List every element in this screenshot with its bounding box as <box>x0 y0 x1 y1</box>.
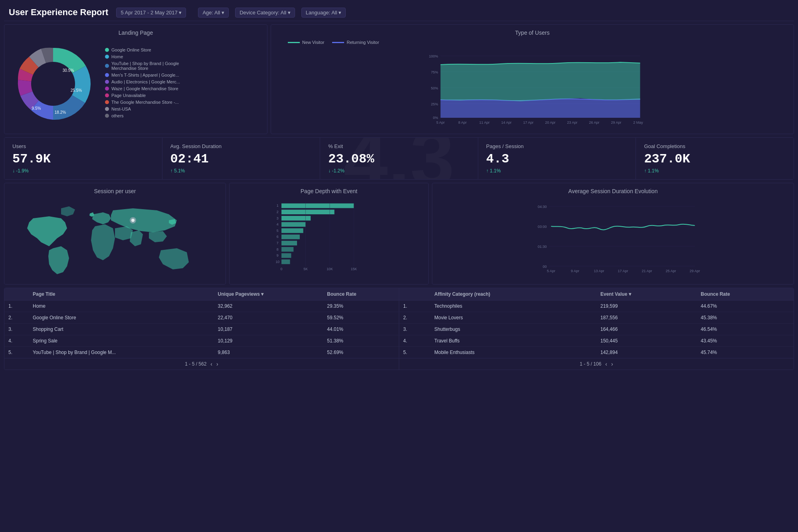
row-value: 150,445 <box>596 335 697 347</box>
prev-page-button[interactable]: ‹ <box>210 361 212 367</box>
landing-page-panel: Landing Page <box>4 24 267 134</box>
col-unique-pageviews[interactable]: Unique Pageviews ▾ <box>214 288 323 301</box>
date-range-filter[interactable]: 5 Apr 2017 - 2 May 2017 ▾ <box>116 8 186 18</box>
age-filter[interactable]: Age: All ▾ <box>198 8 229 18</box>
table-row: 5. YouTube | Shop by Brand | Google M...… <box>4 347 399 358</box>
svg-text:25.5%: 25.5% <box>71 88 82 93</box>
col-event-value[interactable]: Event Value ▾ <box>596 288 697 301</box>
svg-text:25%: 25% <box>431 102 438 106</box>
users-metric: Users 57.9K ↓ -1.9% <box>4 138 162 179</box>
row-value: 187,556 <box>596 312 697 324</box>
row-bounce: 51.38% <box>323 335 399 347</box>
legend-label: Waze | Google Merchandise Store <box>111 86 178 91</box>
svg-text:8: 8 <box>277 247 279 251</box>
row-bounce: 59.52% <box>323 312 399 324</box>
svg-text:5 Apr: 5 Apr <box>436 121 445 125</box>
svg-text:9.5%: 9.5% <box>32 106 41 111</box>
legend-dot <box>105 80 109 84</box>
row-bounce: 29.35% <box>323 301 399 312</box>
goal-completions-metric: Goal Completions 237.0K ↑ 1.1% <box>636 138 794 179</box>
page-depth-title: Page Depth with Event <box>234 188 424 194</box>
row-category: Movie Lovers <box>430 312 596 324</box>
avg-session-value: 02:41 <box>170 152 312 166</box>
row-pageviews: 10,129 <box>214 335 323 347</box>
svg-rect-37 <box>281 204 354 208</box>
users-label: Users <box>12 143 154 149</box>
affinity-next-page-button[interactable]: › <box>611 361 613 367</box>
col-bounce-rate: Bounce Rate <box>697 288 794 301</box>
svg-text:15K: 15K <box>351 267 357 271</box>
svg-text:11 Apr: 11 Apr <box>479 121 489 125</box>
tables-section: Page Title Unique Pageviews ▾ Bounce Rat… <box>4 288 794 370</box>
row-num: 1. <box>4 301 29 312</box>
svg-text:21 Apr: 21 Apr <box>642 269 652 273</box>
row-pageviews: 22,470 <box>214 312 323 324</box>
donut-chart: 30.5% 25.5% 18.2% 9.5% <box>9 40 97 128</box>
affinity-table: Affinity Category (reach) Event Value ▾ … <box>399 288 794 358</box>
legend-label: Men's T-Shirts | Apparel | Google... <box>111 73 179 77</box>
affinity-prev-page-button[interactable]: ‹ <box>605 361 607 367</box>
landing-page-title: Landing Page <box>9 30 262 36</box>
device-filter[interactable]: Device Category: All ▾ <box>235 8 295 18</box>
row-bounce: 45.38% <box>697 312 794 324</box>
users-change: ↓ -1.9% <box>12 168 154 174</box>
legend-dot <box>105 107 109 111</box>
legend-item: Audio | Electronics | Google Merc... <box>105 79 262 84</box>
row-bounce: 44.67% <box>697 301 794 312</box>
page-pagination: 1 - 5 / 562 <box>185 361 206 367</box>
svg-rect-39 <box>281 216 311 221</box>
returning-visitor-color <box>332 42 344 43</box>
page-depth-chart: 1 2 3 4 5 6 7 8 9 10 <box>234 198 424 276</box>
legend-item: others <box>105 113 262 118</box>
next-page-button[interactable]: › <box>216 361 218 367</box>
pages-session-label: Pages / Session <box>486 143 628 149</box>
svg-text:9: 9 <box>277 253 279 257</box>
svg-text:00: 00 <box>543 265 547 269</box>
legend-label: YouTube | Shop by Brand | GoogleMerchand… <box>111 61 179 71</box>
svg-text:75%: 75% <box>431 70 438 74</box>
row-title: Google Online Store <box>29 312 214 324</box>
type-users-chart: 100% 75% 50% 25% 0% 5 Apr 8 Apr 11 Apr 1… <box>276 48 789 128</box>
avg-session-chart: 04:30 03:00 01:30 00 5 Apr 9 Apr 13 Apr … <box>437 198 789 278</box>
svg-text:20 Apr: 20 Apr <box>545 121 555 125</box>
svg-text:6: 6 <box>277 235 279 239</box>
row-category: Shutterbugs <box>430 324 596 335</box>
row-title: Spring Sale <box>29 335 214 347</box>
svg-text:13 Apr: 13 Apr <box>594 269 604 273</box>
legend-item: YouTube | Shop by Brand | GoogleMerchand… <box>105 61 262 71</box>
col-page-title[interactable]: Page Title <box>29 288 214 301</box>
language-filter[interactable]: Language: All ▾ <box>301 8 346 18</box>
svg-text:26 Apr: 26 Apr <box>589 121 599 125</box>
svg-text:10: 10 <box>275 260 279 264</box>
row-pageviews: 10,187 <box>214 324 323 335</box>
legend-label: Google Online Store <box>111 47 151 52</box>
avg-session-evolution-title: Average Session Duration Evolution <box>437 188 789 194</box>
affinity-table-footer: 1 - 5 / 106 ‹ › <box>399 358 794 370</box>
legend-label: others <box>111 113 124 118</box>
users-value: 57.9K <box>12 152 154 166</box>
row-category: Travel Buffs <box>430 335 596 347</box>
svg-rect-40 <box>281 222 305 227</box>
legend-dot <box>105 87 109 91</box>
session-per-user-title: Session per user <box>9 188 221 194</box>
svg-text:10K: 10K <box>327 267 333 271</box>
svg-text:50%: 50% <box>431 86 438 90</box>
row-num: 2. <box>4 312 29 324</box>
svg-text:17 Apr: 17 Apr <box>618 269 628 273</box>
avg-session-label: Avg. Session Duration <box>170 143 312 149</box>
legend-label: Home <box>111 54 123 59</box>
legend-dot <box>105 48 109 52</box>
type-of-users-panel: Type of Users New Visitor Returning Visi… <box>271 24 794 134</box>
svg-text:29 Apr: 29 Apr <box>689 269 700 273</box>
affinity-table-panel: Affinity Category (reach) Event Value ▾ … <box>399 288 794 370</box>
svg-rect-41 <box>281 228 303 233</box>
svg-text:25 Apr: 25 Apr <box>665 269 676 273</box>
row-num: 3. <box>4 324 29 335</box>
row-value: 164,466 <box>596 324 697 335</box>
type-users-title: Type of Users <box>276 30 789 36</box>
svg-text:14 Apr: 14 Apr <box>501 121 511 125</box>
row-value: 219,599 <box>596 301 697 312</box>
svg-text:5: 5 <box>277 229 279 233</box>
table-row: 4. Spring Sale 10,129 51.38% <box>4 335 399 347</box>
svg-text:4: 4 <box>277 222 279 226</box>
